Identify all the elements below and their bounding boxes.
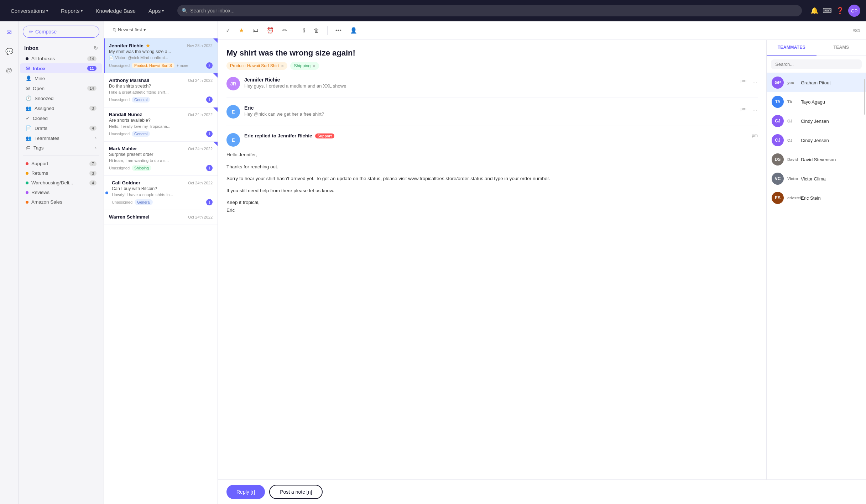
sidebar-teammates[interactable]: 👥 Teammates › <box>20 133 102 143</box>
sidebar-snoozed[interactable]: 🕐 Snoozed <box>20 93 102 103</box>
reports-nav[interactable]: Reports ▾ <box>56 5 88 17</box>
conv-footer-jennifer: Unassigned Product: Hawaii Surf S + more… <box>109 62 213 69</box>
user-avatar[interactable]: GP <box>848 5 860 17</box>
sidebar-drafts[interactable]: 📄 Drafts 4 <box>20 123 102 133</box>
teammate-cindy1[interactable]: CJ CJ Cindy Jensen <box>767 111 866 131</box>
remove-shipping-tag[interactable]: ✕ <box>313 64 315 68</box>
snoozed-label: Snoozed <box>35 96 53 101</box>
conv-item-warren[interactable]: Warren Schimmel Oct 24th 2022 <box>104 210 218 225</box>
cindy1-name: Cindy Jensen <box>801 119 829 124</box>
label-button[interactable]: 🏷 <box>250 25 260 36</box>
teammate-ericstein[interactable]: ES ericstein Eric Stein <box>767 188 866 208</box>
email-tag-shipping: Shipping ✕ <box>290 62 319 70</box>
refresh-icon[interactable]: ↻ <box>94 45 98 51</box>
post-note-button[interactable]: Post a note [n] <box>269 485 323 499</box>
sidebar-mine[interactable]: 👤 Mine <box>20 73 102 83</box>
conv-item-jennifer[interactable]: Jennifer Richie ★ Nov 28th 2022 My shirt… <box>104 38 218 73</box>
trash-button[interactable]: 🗑 <box>312 25 322 36</box>
sort-button[interactable]: ⇅ Newest first ▾ <box>110 26 149 34</box>
sidebar-closed[interactable]: ✓ Closed <box>20 113 102 123</box>
cindy2-avatar: CJ <box>772 134 784 146</box>
compose-pencil-icon: ✏ <box>29 29 33 35</box>
conv-more-tag[interactable]: + more <box>177 63 188 68</box>
reply-block: E Eric replied to Jennifer Richie Suppor… <box>226 133 758 220</box>
inbox-strip-icon[interactable]: ✉ <box>4 26 15 39</box>
open-count: 14 <box>87 86 96 91</box>
conv-name-cali: Cali Goldner <box>112 180 140 185</box>
conv-item-cali[interactable]: Cali Goldner Oct 24th 2022 Can I buy wit… <box>104 176 218 210</box>
nav-icons: 🔔 ⌨ ❓ GP <box>810 5 860 17</box>
conv-preview-randall: Hello. I really love my Tropicana... <box>109 124 213 128</box>
reply-text: Hello Jennifer, Thanks for reaching out.… <box>226 151 758 214</box>
search-input[interactable] <box>177 5 802 16</box>
conv-preview-jennifer: 📄 Victor: @nick Mind confirmi... <box>109 56 213 60</box>
teammate-tayo[interactable]: TA TA Tayo Agagu <box>767 92 866 111</box>
remove-product-tag[interactable]: ✕ <box>281 64 284 68</box>
reminder-button[interactable]: ⏰ <box>265 25 276 36</box>
assign-button[interactable]: 👤 <box>348 25 359 36</box>
sidebar-label-support[interactable]: Support 7 <box>20 159 102 168</box>
warehousing-count: 4 <box>89 180 96 185</box>
tayo-short: TA <box>787 100 797 104</box>
cindy1-avatar: CJ <box>772 115 784 127</box>
conv-item-randall[interactable]: Randall Nunez Oct 24th 2022 Are shorts a… <box>104 107 218 142</box>
teammate-you[interactable]: GP you Graham Pitout <box>767 73 866 92</box>
teammate-cindy2[interactable]: CJ CJ Cindy Jensen <box>767 131 866 150</box>
you-avatar: GP <box>772 77 784 89</box>
david-short: David <box>787 157 797 162</box>
more-button[interactable]: ••• <box>333 25 344 36</box>
sidebar-label-warehousing[interactable]: Warehousing/Deli... 4 <box>20 178 102 188</box>
sidebar-label-returns[interactable]: Returns 3 <box>20 168 102 178</box>
teammate-david[interactable]: DS David David Stevenson <box>767 150 866 169</box>
info-button[interactable]: ℹ <box>301 25 307 36</box>
sidebar-assigned[interactable]: 👥 Assigned 3 <box>20 103 102 113</box>
tab-teams[interactable]: TEAMS <box>817 40 866 56</box>
sidebar-label-amazon[interactable]: Amazon Sales <box>20 197 102 207</box>
assigned-label: Assigned <box>35 106 54 111</box>
check-button[interactable]: ✓ <box>224 25 233 36</box>
conv-item-mark[interactable]: Mark Mahler Oct 24th 2022 Surprise prese… <box>104 142 218 176</box>
chat-strip-icon[interactable]: 💬 <box>2 45 16 58</box>
support-badge: Support <box>315 133 334 138</box>
support-label: Support <box>31 161 48 166</box>
edit-button[interactable]: ✏ <box>280 25 289 36</box>
drafts-count: 4 <box>89 126 96 131</box>
victor-name: Victor Clima <box>801 176 826 182</box>
conv-item-anthony[interactable]: Anthony Marshall Oct 24th 2022 Do the sh… <box>104 73 218 107</box>
sidebar-open[interactable]: ✉ Open 14 <box>20 83 102 93</box>
jennifer-expand[interactable]: … <box>752 78 758 84</box>
email-tag-product: Product: Hawaii Surf Shirt ✕ <box>226 62 287 70</box>
drafts-label: Drafts <box>35 126 47 131</box>
returns-count: 3 <box>89 171 96 176</box>
victor-avatar: VC <box>772 173 784 185</box>
bottom-actions: Reply [r] Post a note [n] <box>218 479 866 504</box>
sidebar-all-inboxes[interactable]: All Inboxes 14 <box>20 54 102 63</box>
help-icon[interactable]: ❓ <box>836 7 844 15</box>
sidebar-tags[interactable]: 🏷 Tags › <box>20 143 102 153</box>
sidebar-label-reviews[interactable]: Reviews <box>20 188 102 197</box>
mention-strip-icon[interactable]: @ <box>3 64 15 77</box>
closed-label: Closed <box>33 116 48 121</box>
compose-button[interactable]: ✏ Compose <box>23 26 99 38</box>
right-panel: TEAMMATES TEAMS GP you Graham Pitout T <box>766 40 866 479</box>
jennifer-meta: Jennifer Richie Hey guys, I ordered a me… <box>244 77 736 90</box>
notifications-icon[interactable]: 🔔 <box>810 7 818 15</box>
tab-teammates[interactable]: TEAMMATES <box>767 40 817 56</box>
conversations-nav[interactable]: Conversations ▾ <box>6 5 53 17</box>
conv-subject-jennifer: My shirt was the wrong size a... <box>109 49 213 54</box>
apps-nav[interactable]: Apps ▾ <box>144 5 169 17</box>
reports-chevron: ▾ <box>81 9 83 13</box>
msg-jennifer: JR Jennifer Richie Hey guys, I ordered a… <box>226 77 758 98</box>
tags-arrow: › <box>95 146 96 151</box>
sidebar-inbox[interactable]: ✉ Inbox 11 <box>20 63 102 73</box>
star-button[interactable]: ★ <box>237 25 246 36</box>
all-inboxes-count: 14 <box>87 56 96 61</box>
email-title: My shirt was the wrong size again! <box>226 48 758 58</box>
teammate-victor[interactable]: VC Victor Victor Clima <box>767 169 866 188</box>
teammate-search-input[interactable] <box>771 59 862 69</box>
keyboard-icon[interactable]: ⌨ <box>823 7 832 15</box>
eric-expand[interactable]: … <box>752 106 758 112</box>
knowledge-base-nav[interactable]: Knowledge Base <box>90 5 141 17</box>
reply-button[interactable]: Reply [r] <box>226 485 265 499</box>
conv-date-mark: Oct 24th 2022 <box>188 147 213 151</box>
